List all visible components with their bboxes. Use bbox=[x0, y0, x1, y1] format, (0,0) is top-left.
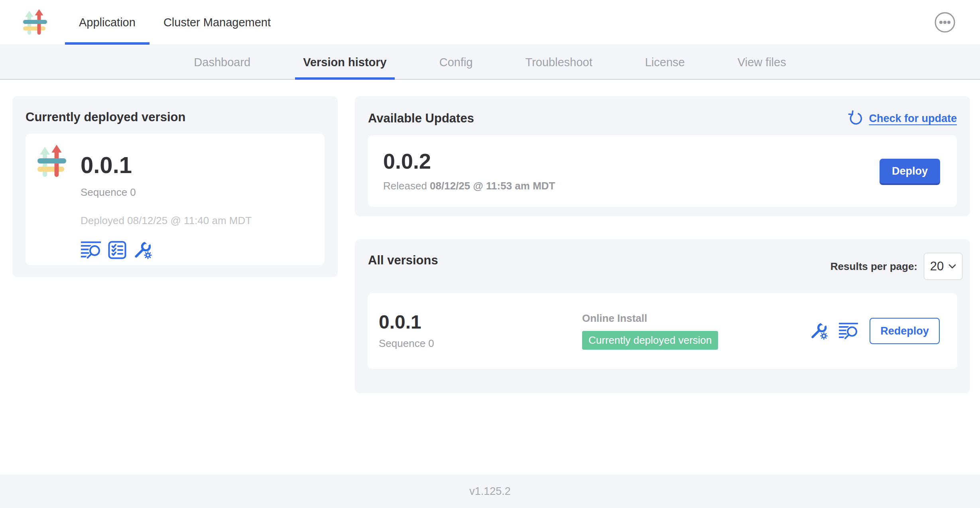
subnav-version-history-label: Version history bbox=[303, 56, 387, 69]
console-footer: v1.125.2 bbox=[0, 475, 980, 508]
subnav-item-config[interactable]: Config bbox=[431, 45, 481, 79]
release-notes-icon[interactable] bbox=[81, 241, 101, 259]
top-tab-bar: Application Cluster Management bbox=[65, 0, 285, 45]
row-version-number: 0.0.1 bbox=[379, 313, 582, 332]
subnav-dashboard-label: Dashboard bbox=[194, 56, 250, 69]
app-subnav: Dashboard Version history Config Trouble… bbox=[0, 45, 980, 80]
overflow-menu-button[interactable] bbox=[934, 12, 956, 33]
current-version-actions bbox=[81, 240, 152, 260]
refresh-icon bbox=[848, 110, 864, 126]
currently-deployed-version-panel: 0.0.1 Sequence 0 Deployed 08/12/25 @ 11:… bbox=[26, 134, 325, 265]
results-per-page: Results per page: 20 bbox=[830, 253, 962, 280]
tab-cluster-management-label: Cluster Management bbox=[163, 16, 271, 29]
app-logo-icon bbox=[37, 145, 66, 179]
subnav-item-dashboard[interactable]: Dashboard bbox=[186, 45, 258, 79]
currently-deployed-badge: Currently deployed version bbox=[582, 331, 718, 350]
current-version-sequence: Sequence 0 bbox=[81, 186, 136, 199]
subnav-item-license[interactable]: License bbox=[637, 45, 693, 79]
admin-console-page: Application Cluster Management Dashboard… bbox=[0, 0, 980, 508]
all-versions-header: All versions Results per page: 20 bbox=[368, 254, 957, 267]
subnav-item-version-history[interactable]: Version history bbox=[295, 45, 395, 79]
redeploy-button[interactable]: Redeploy bbox=[870, 318, 940, 344]
console-version-label: v1.125.2 bbox=[469, 485, 511, 498]
tab-cluster-management[interactable]: Cluster Management bbox=[150, 0, 285, 45]
available-updates-card: Available Updates Check for update 0.0.2… bbox=[355, 96, 970, 216]
available-updates-title: Available Updates bbox=[368, 112, 474, 125]
results-per-page-value: 20 bbox=[930, 259, 944, 274]
update-version-number: 0.0.2 bbox=[383, 150, 555, 172]
update-released-timestamp: Released 08/12/25 @ 11:53 am MDT bbox=[383, 180, 555, 192]
released-prefix: Released bbox=[383, 180, 430, 192]
released-date: 08/12/25 @ 11:53 am MDT bbox=[430, 180, 555, 192]
subnav-license-label: License bbox=[645, 56, 685, 69]
subnav-view-files-label: View files bbox=[738, 56, 786, 69]
version-row-details: 0.0.1 Sequence 0 bbox=[379, 313, 582, 350]
check-for-update-label: Check for update bbox=[869, 112, 957, 125]
available-updates-header: Available Updates Check for update bbox=[368, 110, 957, 126]
all-versions-card: All versions Results per page: 20 0.0.1 … bbox=[355, 239, 970, 393]
tab-application-label: Application bbox=[79, 16, 136, 29]
deploy-button[interactable]: Deploy bbox=[880, 159, 940, 183]
available-update-row: 0.0.2 Released 08/12/25 @ 11:53 am MDT D… bbox=[368, 135, 957, 207]
app-header: Application Cluster Management bbox=[0, 0, 980, 45]
app-logo-icon bbox=[23, 9, 47, 36]
currently-deployed-title: Currently deployed version bbox=[26, 110, 325, 124]
current-version-number: 0.0.1 bbox=[81, 154, 132, 177]
currently-deployed-card: Currently deployed version 0.0.1 Sequenc… bbox=[12, 96, 338, 277]
current-version-deployed-timestamp: Deployed 08/12/25 @ 11:40 am MDT bbox=[81, 215, 252, 227]
install-type-label: Online Install bbox=[582, 312, 718, 325]
version-row-actions bbox=[810, 322, 858, 340]
check-for-update-link[interactable]: Check for update bbox=[848, 110, 957, 126]
ellipsis-in-circle-icon bbox=[934, 28, 956, 34]
current-version-details: 0.0.1 Sequence 0 Deployed 08/12/25 @ 11:… bbox=[81, 145, 252, 254]
available-update-details: 0.0.2 Released 08/12/25 @ 11:53 am MDT bbox=[383, 150, 555, 192]
config-icon[interactable] bbox=[810, 322, 828, 340]
results-per-page-select[interactable]: 20 bbox=[924, 253, 962, 280]
results-per-page-label: Results per page: bbox=[830, 260, 917, 273]
tab-application[interactable]: Application bbox=[65, 0, 150, 45]
chevron-down-icon bbox=[949, 264, 956, 269]
subnav-item-troubleshoot[interactable]: Troubleshoot bbox=[518, 45, 600, 79]
subnav-item-view-files[interactable]: View files bbox=[730, 45, 794, 79]
row-version-sequence: Sequence 0 bbox=[379, 337, 582, 350]
preflight-checks-icon[interactable] bbox=[108, 241, 126, 259]
release-notes-icon[interactable] bbox=[838, 322, 858, 340]
version-row: 0.0.1 Sequence 0 Online Install Currentl… bbox=[368, 293, 957, 369]
subnav-config-label: Config bbox=[439, 56, 473, 69]
version-row-status: Online Install Currently deployed versio… bbox=[582, 312, 718, 350]
subnav-troubleshoot-label: Troubleshoot bbox=[525, 56, 592, 69]
config-icon[interactable] bbox=[133, 240, 152, 260]
